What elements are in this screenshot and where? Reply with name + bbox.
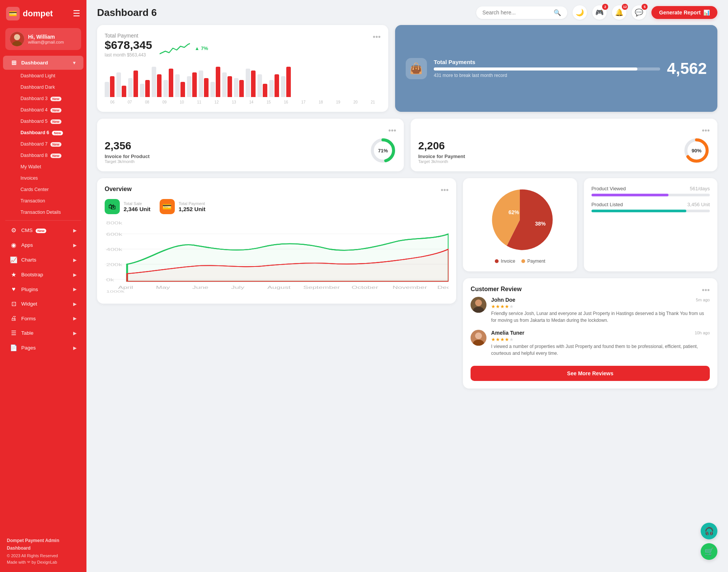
hamburger-menu[interactable]: ☰ (73, 9, 80, 19)
svg-text:1000k: 1000k (106, 290, 125, 293)
total-sale-icon: 🛍 (105, 199, 120, 214)
see-more-reviews-button[interactable]: See More Reviews (471, 366, 710, 381)
bar-chart-labels: 0607080910 1112131415 161718192021 (105, 100, 381, 104)
more-options-icon[interactable]: ••• (388, 126, 396, 135)
sidebar-item-my-wallet[interactable]: My Wallet (3, 161, 83, 172)
footer-copyright: © 2023 All Rights Reserved (7, 553, 80, 559)
more-options-icon[interactable]: ••• (373, 33, 381, 41)
reviewer-name-2: Amelia Tuner (491, 330, 524, 336)
sidebar: 💳 dompet ☰ Hi, William william@gmail.com… (0, 0, 86, 572)
bootstrap-icon: ★ (10, 271, 17, 278)
sidebar-item-label: Dashboard (21, 60, 48, 66)
messages-btn[interactable]: 💬 5 (632, 5, 646, 20)
svg-text:90%: 90% (692, 148, 701, 154)
sidebar-item-invoices[interactable]: Invoices (3, 173, 83, 183)
gamepad-icon: 🎮 (595, 8, 604, 17)
sidebar-item-dashboard-7[interactable]: Dashboard 7 New (3, 139, 83, 149)
cms-icon: ⚙ (10, 227, 17, 234)
more-options-icon[interactable]: ••• (702, 126, 710, 135)
product-listed-label: Product Listed (592, 202, 623, 207)
reviewer-name-1: John Doe (491, 297, 515, 303)
payment-trend: ▲ 7% (195, 45, 208, 51)
sidebar-item-dashboard-5[interactable]: Dashboard 5 New (3, 116, 83, 127)
sidebar-item-label: Charts (21, 257, 36, 263)
sidebar-item-bootstrap[interactable]: ★ Bootstrap ▶ (3, 268, 83, 282)
chevron-right-icon: ▶ (73, 272, 77, 277)
banner-title: Total Payments (434, 59, 660, 65)
product-listed-bar (592, 210, 710, 212)
invoice-product-label: Invoice for Product (105, 154, 149, 159)
svg-text:200k: 200k (106, 263, 122, 267)
topbar: Dashboard 6 🔍 🌙 🎮 2 🔔 12 💬 5 Gen (86, 0, 728, 25)
review-stars-2: ★★★★★ (491, 337, 710, 342)
sidebar-item-dashboard[interactable]: ⊞ Dashboard ▼ (3, 56, 83, 70)
svg-text:July: July (231, 285, 245, 290)
overview-card: Overview ••• 🛍 Total Sale 2,346 Unit 💳 (97, 178, 456, 304)
sidebar-item-transaction-details[interactable]: Transaction Details (3, 207, 83, 218)
sidebar-item-charts[interactable]: 📈 Charts ▶ (3, 253, 83, 267)
chevron-right-icon: ▶ (73, 331, 77, 336)
sidebar-item-widget[interactable]: ⊡ Widget ▶ (3, 297, 83, 311)
trend-pct: 7% (201, 45, 208, 51)
chat-badge: 5 (642, 4, 648, 10)
sidebar-item-cms[interactable]: ⚙ CMS New ▶ (3, 223, 83, 237)
chevron-down-icon: ▼ (72, 60, 77, 66)
review-item-1: John Doe 5m ago ★★★★★ Friendly service J… (471, 297, 710, 324)
invoice-dot (495, 259, 499, 263)
sidebar-item-dashboard-3[interactable]: Dashboard 3 New (3, 93, 83, 104)
topbar-actions: 🔍 🌙 🎮 2 🔔 12 💬 5 Generate Report 📊 (476, 5, 717, 20)
sidebar-logo[interactable]: 💳 dompet (6, 7, 53, 20)
sidebar-item-dashboard-light[interactable]: Dashboard Light (3, 71, 83, 81)
sidebar-item-forms[interactable]: 🖨 Forms ▶ (3, 312, 83, 325)
generate-report-button[interactable]: Generate Report 📊 (651, 6, 717, 19)
app-name: dompet (23, 9, 53, 19)
pie-legend: Invoice Payment (471, 259, 569, 264)
sidebar-item-table[interactable]: ☰ Table ▶ (3, 326, 83, 340)
svg-text:62%: 62% (508, 209, 519, 215)
banner-count: 4,562 (667, 60, 707, 78)
sidebar-item-transaction[interactable]: Transaction (3, 196, 83, 206)
sidebar-item-pages[interactable]: 📄 Pages ▶ (3, 341, 83, 355)
svg-text:400k: 400k (106, 248, 122, 252)
row-1: Total Payment $678,345 last month $563,4… (97, 25, 717, 112)
support-float-btn[interactable]: 🎧 (701, 523, 717, 539)
sidebar-item-cards-center[interactable]: Cards Center (3, 184, 83, 195)
svg-point-31 (475, 299, 482, 306)
sidebar-item-dashboard-dark[interactable]: Dashboard Dark (3, 82, 83, 92)
theme-toggle-btn[interactable]: 🌙 (573, 5, 587, 20)
avatar (10, 32, 24, 46)
more-options-icon[interactable]: ••• (441, 186, 449, 194)
total-sale-stat: 🛍 Total Sale 2,346 Unit (105, 199, 151, 214)
svg-text:September: September (303, 285, 340, 290)
games-badge: 2 (602, 4, 608, 10)
sidebar-item-dashboard-4[interactable]: Dashboard 4 New (3, 105, 83, 115)
reviewer-avatar-2 (471, 330, 486, 346)
invoice-payment-donut: 90% (683, 137, 710, 164)
review-text-1: Friendly service Josh, Lunar and everyon… (491, 310, 710, 324)
payment-bar-chart (105, 63, 381, 97)
user-profile[interactable]: Hi, William william@gmail.com (5, 28, 81, 50)
total-payment-icon: 💳 (160, 199, 175, 214)
pie-chart-card: 38% 62% Invoice Payment (463, 178, 577, 271)
bar-chart-icon: 📊 (703, 9, 710, 16)
search-bar[interactable]: 🔍 (476, 6, 567, 19)
notifications-btn[interactable]: 🔔 12 (612, 5, 626, 20)
sidebar-item-apps[interactable]: ◉ Apps ▶ (3, 238, 83, 252)
dashboard-icon: ⊞ (10, 59, 17, 66)
games-btn[interactable]: 🎮 2 (592, 5, 607, 20)
user-name: Hi, William (28, 34, 64, 40)
total-payment-value: 1,252 Unit (179, 206, 206, 212)
payment-last-month: last month $563,443 (105, 52, 152, 58)
sidebar-item-label: Table (21, 330, 33, 336)
sidebar-item-dashboard-8[interactable]: Dashboard 8 New (3, 150, 83, 161)
sidebar-item-label: Pages (21, 345, 36, 351)
cart-float-btn[interactable]: 🛒 (701, 543, 717, 560)
chevron-right-icon: ▶ (73, 316, 77, 321)
sidebar-item-plugins[interactable]: ♥ Plugins ▶ (3, 282, 83, 296)
payment-amount: $678,345 (105, 39, 152, 52)
search-input[interactable] (482, 9, 551, 16)
more-options-icon[interactable]: ••• (702, 286, 710, 295)
footer-title: Dompet Payment Admin Dashboard (7, 537, 80, 552)
product-listed-fill (592, 210, 686, 212)
sidebar-item-dashboard-6[interactable]: Dashboard 6 New (3, 127, 83, 138)
